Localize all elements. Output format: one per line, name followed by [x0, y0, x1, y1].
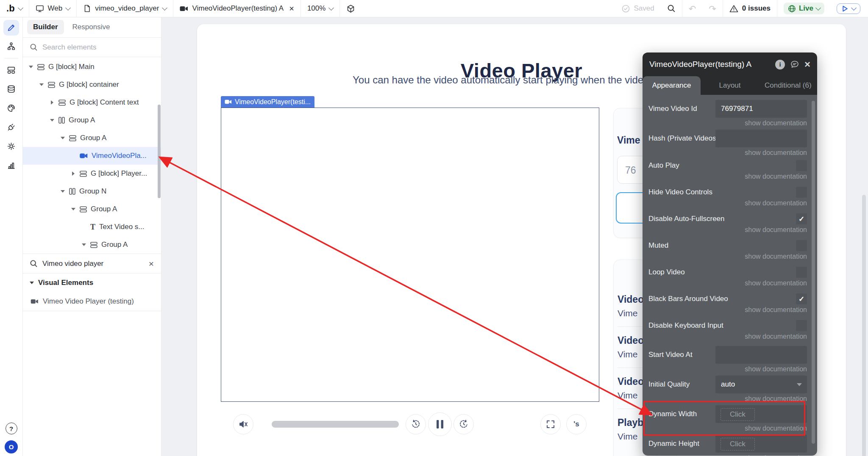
- show-documentation-link[interactable]: show documentation: [745, 306, 807, 314]
- page-select[interactable]: vimeo_video_player: [77, 0, 173, 17]
- pause-button[interactable]: [428, 412, 452, 436]
- tab-builder[interactable]: Builder: [27, 20, 64, 34]
- forward-button[interactable]: [453, 414, 474, 434]
- fullscreen-button[interactable]: [540, 414, 561, 434]
- field-row-disable-auto-fullscreen: Disable Auto-Fullscreen✓show documentati…: [643, 213, 817, 239]
- close-icon[interactable]: ×: [804, 59, 810, 69]
- mute-button[interactable]: [233, 414, 253, 434]
- help-button[interactable]: ?: [6, 423, 17, 434]
- redo-button[interactable]: ↷: [702, 0, 723, 17]
- tree-item-group-n[interactable]: Group N: [22, 182, 161, 200]
- tree-expand-arrow[interactable]: [39, 81, 44, 88]
- user-avatar[interactable]: O: [5, 440, 18, 453]
- rail-settings-button[interactable]: [3, 138, 19, 154]
- info-icon[interactable]: i: [775, 60, 785, 69]
- element-tab[interactable]: VimeoVideoPlayer(testing) A ×: [173, 0, 300, 17]
- tree-item-vimeovideopla[interactable]: VimeoVideoPla...: [22, 147, 161, 165]
- tree-item-text-video-s[interactable]: TText Video s...: [22, 218, 161, 236]
- device-mode-select[interactable]: Web: [29, 0, 77, 17]
- tree-item-g-block-container[interactable]: G [block] container: [22, 76, 161, 94]
- show-documentation-link[interactable]: show documentation: [745, 333, 807, 340]
- comment-bubble-icon[interactable]: [790, 60, 799, 69]
- search-button[interactable]: [661, 0, 682, 17]
- undo-button[interactable]: ↶: [682, 0, 703, 17]
- show-documentation-link[interactable]: show documentation: [745, 199, 807, 207]
- element-tree-search[interactable]: Search elements: [22, 38, 161, 57]
- rail-styles-button[interactable]: [3, 100, 19, 116]
- start-video-at-input[interactable]: [715, 346, 807, 364]
- tree-item-group-a[interactable]: Group A: [22, 129, 161, 147]
- show-documentation-link[interactable]: show documentation: [745, 365, 807, 373]
- library-item-vimeo-player[interactable]: Vimeo Video Player (testing): [22, 292, 161, 311]
- tree-scrollbar[interactable]: [158, 105, 161, 198]
- video-progress-bar[interactable]: [272, 421, 399, 428]
- show-documentation-link[interactable]: show documentation: [745, 149, 807, 157]
- tree-item-group-a[interactable]: Group A: [22, 236, 161, 254]
- loop-video-checkbox[interactable]: [796, 267, 807, 278]
- show-documentation-link[interactable]: show documentation: [745, 425, 807, 432]
- bubble-logo: b: [6, 3, 15, 14]
- disable-auto-fullscreen-checkbox[interactable]: ✓: [796, 213, 807, 224]
- tree-item-group-a[interactable]: Group A: [22, 200, 161, 218]
- show-documentation-link[interactable]: show documentation: [745, 279, 807, 287]
- show-documentation-link[interactable]: show documentation: [745, 173, 807, 180]
- tab-conditional[interactable]: Conditional (6): [759, 76, 817, 95]
- tree-item-g-block-main[interactable]: G [block] Main: [22, 58, 161, 76]
- tab-appearance[interactable]: Appearance: [643, 76, 701, 95]
- dynamic-height-click-button[interactable]: Click: [721, 438, 755, 450]
- tree-expand-arrow[interactable]: [60, 188, 65, 195]
- dynamic-width-click-button[interactable]: Click: [721, 408, 755, 421]
- clear-search-icon[interactable]: ×: [149, 259, 154, 268]
- rail-logs-button[interactable]: [3, 158, 19, 173]
- tree-expand-arrow[interactable]: [60, 135, 65, 141]
- tab-layout[interactable]: Layout: [701, 76, 759, 95]
- tree-expand-arrow[interactable]: [71, 171, 76, 176]
- tree-item-g-block-player[interactable]: G [block] Player...: [22, 165, 161, 182]
- rail-plugins-button[interactable]: [3, 119, 19, 135]
- auto-play-checkbox[interactable]: [796, 160, 807, 171]
- environment-select[interactable]: Live: [777, 0, 831, 17]
- element-library-search[interactable]: Vimeo video player ×: [22, 254, 161, 274]
- zoom-select[interactable]: 100%: [301, 0, 339, 17]
- initial-quality-select[interactable]: auto: [715, 376, 807, 393]
- rail-data-button[interactable]: [3, 81, 19, 97]
- component-library-button[interactable]: [340, 0, 362, 17]
- tree-item-g-block-content-text[interactable]: G [block] Content text: [22, 94, 161, 111]
- selected-element-label[interactable]: VimeoVideoPlayer(testi...: [221, 96, 314, 108]
- tree-item-group-a[interactable]: Group A: [22, 111, 161, 129]
- show-documentation-link[interactable]: show documentation: [745, 253, 807, 260]
- hash-private-videos-input[interactable]: [715, 130, 807, 147]
- show-documentation-link[interactable]: show documentation: [745, 454, 807, 456]
- vimeo-video-player-element[interactable]: [221, 108, 599, 402]
- logo-menu[interactable]: b: [0, 0, 29, 17]
- disable-keyboard-input-checkbox[interactable]: [796, 320, 807, 331]
- section-visual-elements[interactable]: Visual Elements: [22, 274, 161, 292]
- dynamic-width-input[interactable]: Click: [715, 405, 807, 423]
- muted-checkbox[interactable]: [796, 240, 807, 251]
- element-tab-label: VimeoVideoPlayer(testing) A: [192, 4, 284, 13]
- property-panel-header[interactable]: VimeoVideoPlayer(testing) A i ×: [643, 53, 817, 76]
- close-icon[interactable]: ×: [289, 4, 294, 14]
- tree-expand-arrow[interactable]: [81, 241, 86, 248]
- black-bars-around-video-checkbox[interactable]: ✓: [796, 293, 807, 304]
- rail-components-button[interactable]: [3, 62, 19, 78]
- issues-indicator[interactable]: 0 issues: [723, 0, 777, 17]
- show-documentation-link[interactable]: show documentation: [745, 119, 807, 127]
- preview-button[interactable]: [837, 3, 860, 14]
- vimeo-video-id-input[interactable]: 76979871: [715, 100, 807, 118]
- hide-video-controls-checkbox[interactable]: [796, 187, 807, 198]
- panel-scrollbar[interactable]: [812, 101, 815, 444]
- tree-expand-arrow[interactable]: [50, 117, 55, 124]
- tree-expand-arrow[interactable]: [50, 100, 55, 105]
- canvas-scrollbar[interactable]: [862, 195, 866, 456]
- rewind-button[interactable]: [406, 414, 426, 434]
- show-documentation-link[interactable]: show documentation: [745, 226, 807, 234]
- tab-responsive[interactable]: Responsive: [67, 20, 116, 34]
- tree-expand-arrow[interactable]: [28, 64, 33, 70]
- show-documentation-link[interactable]: show documentation: [745, 395, 807, 403]
- speed-button[interactable]: 's: [566, 414, 587, 434]
- dynamic-height-input[interactable]: Click: [715, 435, 807, 453]
- rail-workflow-button[interactable]: [3, 39, 19, 54]
- rail-design-button[interactable]: [3, 20, 19, 36]
- tree-expand-arrow[interactable]: [71, 206, 76, 213]
